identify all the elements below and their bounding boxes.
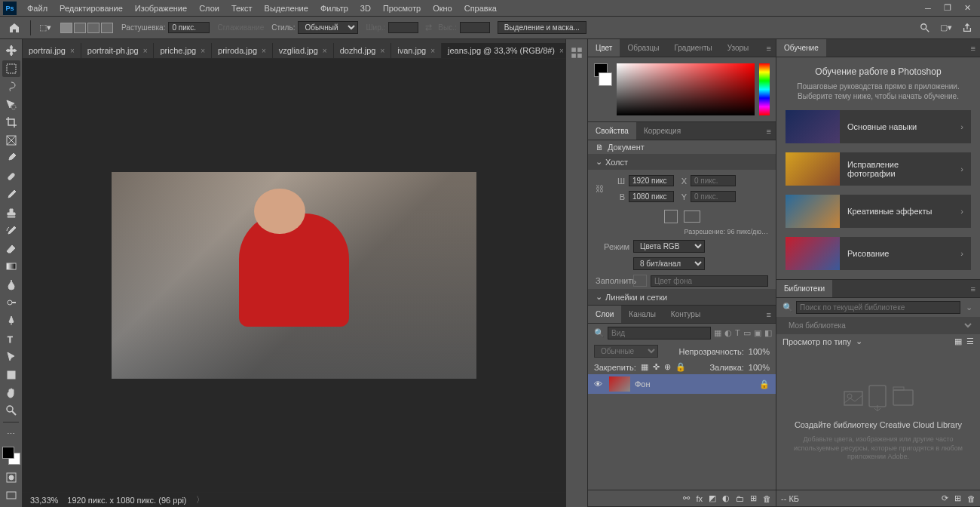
orient-portrait-icon[interactable] (664, 210, 678, 223)
share-icon[interactable] (960, 21, 974, 35)
chevron-down-icon[interactable]: ⌄ (963, 303, 974, 313)
color-tab[interactable]: Цвет (588, 39, 620, 57)
panel-menu-icon[interactable]: ≡ (966, 44, 980, 53)
filter-type-icon[interactable]: T (735, 328, 740, 339)
lock-position-icon[interactable]: ✜ (653, 362, 660, 372)
delete-layer-icon[interactable]: 🗑 (763, 494, 771, 503)
properties-tab[interactable]: Свойства (588, 122, 636, 140)
picker-bg[interactable] (599, 72, 612, 86)
channels-tab[interactable]: Каналы (621, 306, 663, 323)
link-layers-icon[interactable]: ⚯ (683, 493, 690, 503)
close-tab-icon[interactable]: × (262, 47, 266, 55)
lock-pixels-icon[interactable]: ▦ (641, 362, 648, 372)
pen-tool[interactable] (2, 312, 20, 329)
quickmask-tool[interactable] (2, 469, 20, 486)
doc-tab[interactable]: vzgliad.jpg× (273, 43, 334, 58)
menu-select[interactable]: Выделение (259, 4, 314, 13)
marquee-tool[interactable] (2, 60, 20, 77)
quick-select-tool[interactable] (2, 97, 20, 113)
color-swatch[interactable] (2, 447, 20, 465)
link-wh-icon[interactable]: ⛓ (596, 184, 604, 193)
doc-tab[interactable]: ivan.jpg× (391, 43, 442, 58)
gradient-tool[interactable] (2, 259, 20, 275)
learn-tab[interactable]: Обучение (776, 39, 826, 57)
libraries-tab[interactable]: Библиотеки (776, 280, 832, 297)
patterns-tab[interactable]: Узоры (720, 39, 757, 57)
doc-tab[interactable]: portrai.jpg× (23, 43, 81, 58)
grid-view-icon[interactable]: ▦ (954, 336, 962, 346)
canvas[interactable] (23, 59, 565, 492)
workspace-icon[interactable]: ▢▾ (939, 21, 953, 35)
select-mask-button[interactable]: Выделение и маска... (498, 21, 586, 34)
adjustment-layer-icon[interactable]: ◐ (722, 493, 730, 503)
menu-filter[interactable]: Фильтр (314, 4, 354, 13)
type-tool[interactable]: T (2, 330, 20, 347)
rulers-section[interactable]: ⌄Линейки и сетки (588, 289, 776, 305)
canvas-height-input[interactable] (629, 191, 674, 202)
filter-shape-icon[interactable]: ▭ (743, 328, 751, 339)
layers-tab[interactable]: Слои (588, 306, 621, 323)
close-button[interactable]: ✕ (957, 0, 977, 17)
adjustments-tab[interactable]: Коррекция (636, 122, 688, 140)
selection-new-icon[interactable] (60, 23, 72, 33)
paths-tab[interactable]: Контуры (663, 306, 708, 323)
layer-fx-icon[interactable]: fx (696, 494, 703, 503)
menu-edit[interactable]: Редактирование (54, 4, 129, 13)
maximize-button[interactable]: ❐ (938, 0, 957, 17)
edit-toolbar-button[interactable]: ⋯ (2, 426, 20, 442)
close-tab-icon[interactable]: × (380, 47, 384, 55)
orient-landscape-icon[interactable] (684, 210, 700, 223)
filter-toggle-icon[interactable]: ◧ (764, 328, 772, 339)
visibility-icon[interactable]: 👁 (594, 379, 605, 389)
close-tab-icon[interactable]: × (70, 47, 75, 55)
color-picker[interactable] (588, 57, 776, 121)
fg-color[interactable] (2, 447, 14, 459)
new-layer-icon[interactable]: ⊞ (750, 493, 757, 503)
panel-menu-icon[interactable]: ≡ (762, 127, 776, 136)
healing-tool[interactable] (2, 168, 20, 185)
sync-icon[interactable]: ⟳ (942, 493, 948, 503)
brush-tool[interactable] (2, 186, 20, 203)
close-tab-icon[interactable]: × (323, 47, 327, 55)
tutorial-drawing[interactable]: Рисование› (786, 237, 971, 270)
layer-thumbnail[interactable] (609, 376, 630, 392)
doc-tab[interactable]: dozhd.jpg× (334, 43, 392, 58)
close-tab-icon[interactable]: × (201, 47, 205, 55)
crop-tool[interactable] (2, 115, 20, 131)
minimize-button[interactable]: ─ (918, 0, 938, 17)
style-select[interactable]: Обычный (298, 21, 358, 34)
group-icon[interactable]: 🗀 (736, 494, 744, 503)
doc-tab[interactable]: portrait-ph.jpg× (81, 43, 155, 58)
history-brush-tool[interactable] (2, 223, 20, 239)
stamp-tool[interactable] (2, 204, 20, 221)
menu-view[interactable]: Просмотр (377, 4, 427, 13)
lasso-tool[interactable] (2, 78, 20, 95)
close-tab-icon[interactable]: × (559, 47, 564, 55)
layer-filter-input[interactable] (608, 327, 711, 340)
panel-menu-icon[interactable]: ≡ (762, 310, 776, 319)
zoom-level[interactable]: 33,33% (30, 496, 58, 505)
dodge-tool[interactable] (2, 294, 20, 311)
screenmode-tool[interactable] (2, 487, 20, 504)
add-lib-icon[interactable]: ⊞ (954, 493, 961, 503)
move-tool[interactable] (2, 42, 20, 59)
filter-image-icon[interactable]: ▦ (714, 328, 721, 339)
close-tab-icon[interactable]: × (143, 47, 148, 55)
hue-slider[interactable] (759, 63, 770, 115)
lock-all-icon[interactable]: 🔒 (675, 362, 686, 372)
menu-image[interactable]: Изображение (129, 4, 193, 13)
menu-3d[interactable]: 3D (354, 4, 377, 13)
blur-tool[interactable] (2, 276, 20, 293)
selection-intersect-icon[interactable] (101, 23, 113, 33)
gradients-tab[interactable]: Градиенты (666, 39, 719, 57)
lock-artboard-icon[interactable]: ⊕ (664, 362, 671, 372)
list-view-icon[interactable]: ☰ (966, 336, 974, 346)
canvas-width-input[interactable] (629, 175, 674, 186)
feather-input[interactable] (168, 22, 210, 33)
menu-text[interactable]: Текст (225, 4, 259, 13)
menu-file[interactable]: Файл (21, 4, 54, 13)
panel-menu-icon[interactable]: ≡ (966, 284, 980, 293)
menu-layers[interactable]: Слои (193, 4, 225, 13)
delete-lib-icon[interactable]: 🗑 (967, 494, 975, 503)
tool-preset-icon[interactable]: ⬚▾ (38, 21, 52, 35)
